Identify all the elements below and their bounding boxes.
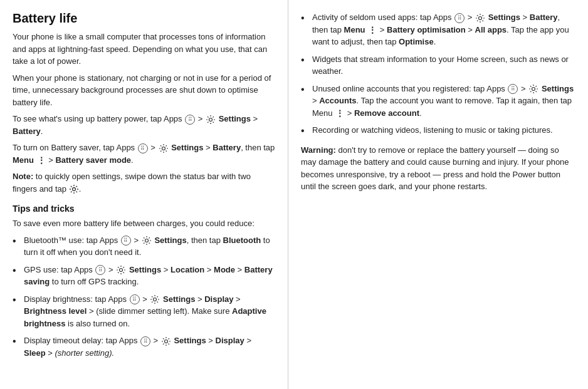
note-label: Note: bbox=[13, 172, 33, 181]
svg-point-5 bbox=[154, 298, 157, 301]
svg-point-4 bbox=[120, 269, 123, 272]
svg-point-3 bbox=[145, 239, 148, 242]
apps-icon-3 bbox=[121, 236, 131, 246]
intro-para-1: Your phone is like a small computer that… bbox=[13, 31, 275, 68]
bullet-icon: • bbox=[301, 83, 310, 96]
bullet-icon: • bbox=[301, 54, 310, 67]
apps-icon-r3 bbox=[508, 84, 518, 94]
svg-point-1 bbox=[162, 147, 165, 150]
bullet-text: Display timeout delay: tap Apps > Settin… bbox=[24, 335, 275, 359]
list-item: • Widgets that stream information to you… bbox=[301, 53, 575, 78]
turn-on-para: To turn on Battery saver, tap Apps > Set… bbox=[13, 142, 275, 166]
bullet-icon: • bbox=[13, 294, 21, 307]
settings-label-2: Settings bbox=[171, 143, 203, 152]
svg-point-6 bbox=[164, 340, 167, 343]
bullet-icon: • bbox=[13, 235, 21, 248]
apps-icon-4 bbox=[95, 265, 105, 275]
left-column: Battery life Your phone is like a small … bbox=[0, 0, 288, 389]
list-item: • Recording or watching videos, listenin… bbox=[301, 124, 575, 138]
bullet-text: Unused online accounts that you register… bbox=[312, 83, 575, 120]
tips-list: • Bluetooth™ use: tap Apps > Settings, t… bbox=[13, 234, 275, 360]
svg-point-7 bbox=[479, 16, 482, 19]
settings-gear-icon bbox=[69, 184, 79, 194]
intro-para-2: When your phone is stationary, not charg… bbox=[13, 72, 275, 109]
settings-label-1: Settings bbox=[219, 114, 251, 123]
bullet-text: Recording or watching videos, listening … bbox=[312, 124, 553, 137]
list-item: • Display timeout delay: tap Apps > Sett… bbox=[13, 335, 275, 359]
apps-icon-r1 bbox=[454, 13, 465, 23]
tips-intro: To save even more battery life between c… bbox=[13, 217, 275, 230]
note-text: to quickly open settings, swipe down the… bbox=[13, 172, 251, 194]
note-para: Note: to quickly open settings, swipe do… bbox=[13, 170, 275, 195]
svg-point-8 bbox=[532, 88, 535, 91]
see-what-para: To see what's using up battery power, ta… bbox=[13, 113, 275, 137]
apps-icon-5 bbox=[130, 294, 140, 304]
menu-dots-icon-1: ⋮ bbox=[37, 156, 46, 165]
bullet-text: Activity of seldom used apps: tap Apps >… bbox=[312, 11, 575, 48]
settings-icon-1 bbox=[205, 114, 219, 123]
bullet-text: Display brightness: tap Apps > Settings … bbox=[24, 293, 275, 330]
turnon-text: To turn on Battery saver, tap Apps bbox=[13, 143, 135, 152]
see-what-text: To see what's using up battery power, ta… bbox=[13, 114, 182, 123]
menu-dots-icon-r3: ⋮ bbox=[335, 109, 344, 118]
menu-label-1: Menu bbox=[13, 155, 34, 165]
warning-block: Warning: don't try to remove or replace … bbox=[301, 144, 575, 193]
svg-point-2 bbox=[72, 188, 75, 191]
apps-icon-2 bbox=[138, 143, 148, 153]
list-item: • Display brightness: tap Apps > Setting… bbox=[13, 293, 275, 330]
bullet-icon: • bbox=[301, 125, 310, 138]
bullet-icon: • bbox=[13, 264, 21, 277]
warning-label: Warning: bbox=[301, 145, 336, 155]
apps-icon-1 bbox=[185, 115, 195, 125]
list-item: • Unused online accounts that you regist… bbox=[301, 83, 575, 120]
bullet-text: Widgets that stream information to your … bbox=[312, 53, 575, 78]
right-bullets-list: • Activity of seldom used apps: tap Apps… bbox=[301, 11, 575, 138]
bullet-icon: • bbox=[13, 335, 21, 348]
menu-dots-icon-r1: ⋮ bbox=[368, 26, 377, 34]
bullet-icon: • bbox=[301, 12, 310, 25]
page-title: Battery life bbox=[13, 11, 275, 26]
apps-icon-6 bbox=[140, 336, 150, 346]
bullet-text: GPS use: tap Apps > Settings > Location … bbox=[24, 264, 275, 288]
warning-text: don't try to remove or replace the batte… bbox=[301, 145, 569, 192]
page-container: Battery life Your phone is like a small … bbox=[0, 0, 588, 389]
battery-label-2: Battery bbox=[213, 143, 241, 152]
svg-point-0 bbox=[209, 118, 213, 121]
list-item: • Bluetooth™ use: tap Apps > Settings, t… bbox=[13, 234, 275, 259]
tips-title: Tips and tricks bbox=[13, 204, 275, 214]
bullet-text: Bluetooth™ use: tap Apps > Settings, the… bbox=[24, 234, 275, 259]
battery-label-1: Battery bbox=[13, 127, 41, 136]
right-column: • Activity of seldom used apps: tap Apps… bbox=[288, 0, 588, 389]
list-item: • GPS use: tap Apps > Settings > Locatio… bbox=[13, 264, 275, 288]
list-item: • Activity of seldom used apps: tap Apps… bbox=[301, 11, 575, 48]
battery-saver-label: Battery saver mode bbox=[55, 155, 131, 165]
